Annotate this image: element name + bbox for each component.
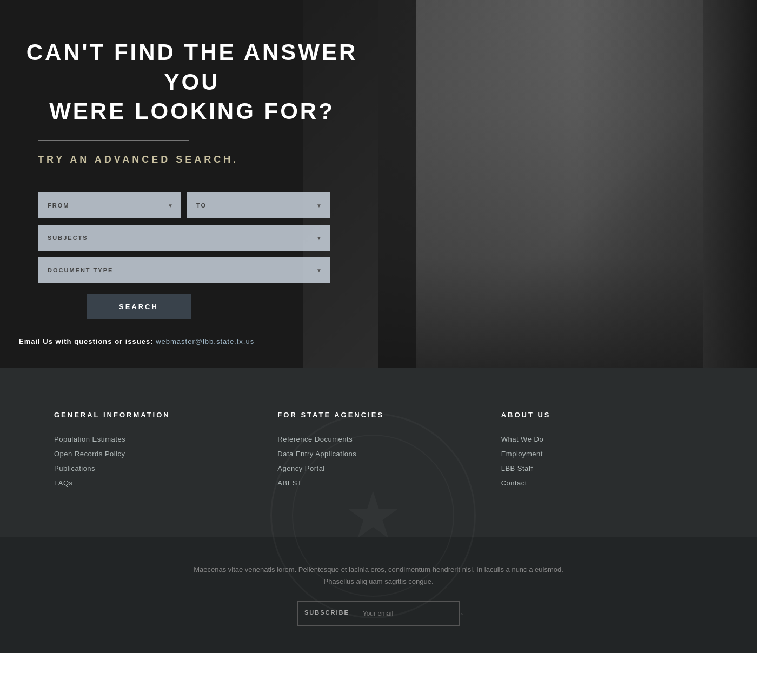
to-select[interactable]: TO <box>187 192 330 218</box>
state-agencies-title: FOR STATE AGENCIES <box>277 411 479 419</box>
footer-columns: GENERAL INFORMATION Population Estimates… <box>0 411 757 494</box>
from-select[interactable]: FROM <box>38 192 181 218</box>
footer-link-lbb-staff[interactable]: LBB Staff <box>501 464 703 472</box>
date-row: FROM TO <box>38 192 330 218</box>
doctype-row: DOCUMENT TYPE <box>38 257 330 283</box>
hero-section: CAN'T FIND THE ANSWER YOU WERE LOOKING F… <box>0 0 757 368</box>
document-type-select-wrapper: DOCUMENT TYPE <box>38 257 330 283</box>
footer-column-agencies: FOR STATE AGENCIES Reference Documents D… <box>277 411 479 494</box>
hero-subtitle: TRY AN ADVANCED SEARCH. <box>38 154 757 165</box>
footer-link-open-records[interactable]: Open Records Policy <box>54 450 256 458</box>
footer-link-agency-portal[interactable]: Agency Portal <box>277 464 479 472</box>
footer-section: ★ GENERAL INFORMATION Population Estimat… <box>0 368 757 653</box>
subjects-select[interactable]: SUBJECTS <box>38 225 330 251</box>
footer-link-employment[interactable]: Employment <box>501 450 703 458</box>
footer-link-contact[interactable]: Contact <box>501 479 703 487</box>
footer-link-data-entry[interactable]: Data Entry Applications <box>277 450 479 458</box>
general-info-title: GENERAL INFORMATION <box>54 411 256 419</box>
from-select-wrapper: FROM <box>38 192 181 218</box>
advanced-search-form: FROM TO SUBJECTS <box>38 192 330 319</box>
subjects-row: SUBJECTS <box>38 225 330 251</box>
document-type-select[interactable]: DOCUMENT TYPE <box>38 257 330 283</box>
footer-link-population[interactable]: Population Estimates <box>54 435 256 443</box>
to-select-wrapper: TO <box>187 192 330 218</box>
footer-link-abest[interactable]: ABEST <box>277 479 479 487</box>
footer-link-reference-docs[interactable]: Reference Documents <box>277 435 479 443</box>
email-section: Email Us with questions or issues: webma… <box>19 336 254 346</box>
footer-column-about: ABOUT US What We Do Employment LBB Staff… <box>501 411 703 494</box>
hero-content: CAN'T FIND THE ANSWER YOU WERE LOOKING F… <box>0 0 757 319</box>
hero-divider <box>38 140 189 141</box>
footer-column-general: GENERAL INFORMATION Population Estimates… <box>54 411 256 494</box>
footer-link-faqs[interactable]: FAQs <box>54 479 256 487</box>
email-link[interactable]: webmaster@lbb.state.tx.us <box>156 337 254 345</box>
subjects-select-wrapper: SUBJECTS <box>38 225 330 251</box>
email-prompt: Email Us with questions or issues: webma… <box>19 337 254 345</box>
search-button[interactable]: SEARCH <box>87 294 191 319</box>
footer-link-publications[interactable]: Publications <box>54 464 256 472</box>
hero-title: CAN'T FIND THE ANSWER YOU WERE LOOKING F… <box>19 38 365 126</box>
about-us-title: ABOUT US <box>501 411 703 419</box>
footer-link-what-we-do[interactable]: What We Do <box>501 435 703 443</box>
